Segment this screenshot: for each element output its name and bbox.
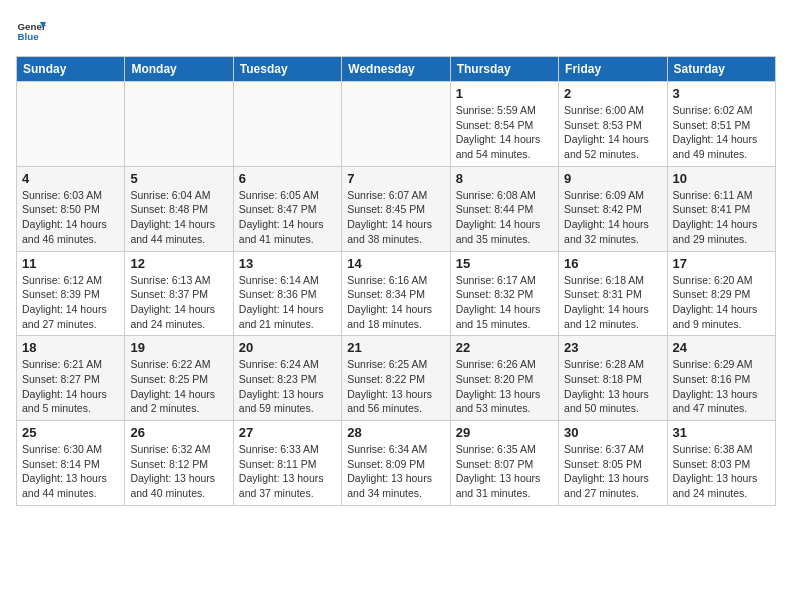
calendar-cell: 12Sunrise: 6:13 AMSunset: 8:37 PMDayligh… <box>125 251 233 336</box>
day-info: Sunrise: 6:26 AMSunset: 8:20 PMDaylight:… <box>456 357 553 416</box>
calendar-cell: 13Sunrise: 6:14 AMSunset: 8:36 PMDayligh… <box>233 251 341 336</box>
day-info: Sunrise: 6:32 AMSunset: 8:12 PMDaylight:… <box>130 442 227 501</box>
day-info: Sunrise: 6:25 AMSunset: 8:22 PMDaylight:… <box>347 357 444 416</box>
day-info: Sunrise: 6:16 AMSunset: 8:34 PMDaylight:… <box>347 273 444 332</box>
calendar-cell: 27Sunrise: 6:33 AMSunset: 8:11 PMDayligh… <box>233 421 341 506</box>
calendar-cell: 18Sunrise: 6:21 AMSunset: 8:27 PMDayligh… <box>17 336 125 421</box>
day-number: 24 <box>673 340 770 355</box>
calendar-cell: 25Sunrise: 6:30 AMSunset: 8:14 PMDayligh… <box>17 421 125 506</box>
calendar-cell: 8Sunrise: 6:08 AMSunset: 8:44 PMDaylight… <box>450 166 558 251</box>
calendar-week-5: 25Sunrise: 6:30 AMSunset: 8:14 PMDayligh… <box>17 421 776 506</box>
calendar-week-4: 18Sunrise: 6:21 AMSunset: 8:27 PMDayligh… <box>17 336 776 421</box>
day-number: 27 <box>239 425 336 440</box>
calendar-header-sunday: Sunday <box>17 57 125 82</box>
day-number: 6 <box>239 171 336 186</box>
day-info: Sunrise: 6:03 AMSunset: 8:50 PMDaylight:… <box>22 188 119 247</box>
calendar-cell: 1Sunrise: 5:59 AMSunset: 8:54 PMDaylight… <box>450 82 558 167</box>
calendar-cell: 14Sunrise: 6:16 AMSunset: 8:34 PMDayligh… <box>342 251 450 336</box>
calendar-cell: 4Sunrise: 6:03 AMSunset: 8:50 PMDaylight… <box>17 166 125 251</box>
calendar-cell: 10Sunrise: 6:11 AMSunset: 8:41 PMDayligh… <box>667 166 775 251</box>
day-number: 1 <box>456 86 553 101</box>
day-info: Sunrise: 6:24 AMSunset: 8:23 PMDaylight:… <box>239 357 336 416</box>
day-info: Sunrise: 6:28 AMSunset: 8:18 PMDaylight:… <box>564 357 661 416</box>
day-number: 30 <box>564 425 661 440</box>
day-number: 20 <box>239 340 336 355</box>
calendar-cell: 6Sunrise: 6:05 AMSunset: 8:47 PMDaylight… <box>233 166 341 251</box>
calendar-week-3: 11Sunrise: 6:12 AMSunset: 8:39 PMDayligh… <box>17 251 776 336</box>
calendar-cell: 16Sunrise: 6:18 AMSunset: 8:31 PMDayligh… <box>559 251 667 336</box>
svg-text:Blue: Blue <box>18 31 40 42</box>
day-number: 26 <box>130 425 227 440</box>
day-info: Sunrise: 6:00 AMSunset: 8:53 PMDaylight:… <box>564 103 661 162</box>
day-number: 31 <box>673 425 770 440</box>
day-number: 17 <box>673 256 770 271</box>
calendar-cell: 17Sunrise: 6:20 AMSunset: 8:29 PMDayligh… <box>667 251 775 336</box>
day-info: Sunrise: 6:08 AMSunset: 8:44 PMDaylight:… <box>456 188 553 247</box>
calendar-cell <box>342 82 450 167</box>
day-info: Sunrise: 6:21 AMSunset: 8:27 PMDaylight:… <box>22 357 119 416</box>
calendar-header-monday: Monday <box>125 57 233 82</box>
calendar-cell: 20Sunrise: 6:24 AMSunset: 8:23 PMDayligh… <box>233 336 341 421</box>
calendar-cell: 26Sunrise: 6:32 AMSunset: 8:12 PMDayligh… <box>125 421 233 506</box>
day-info: Sunrise: 6:04 AMSunset: 8:48 PMDaylight:… <box>130 188 227 247</box>
calendar-cell: 23Sunrise: 6:28 AMSunset: 8:18 PMDayligh… <box>559 336 667 421</box>
day-number: 21 <box>347 340 444 355</box>
calendar-cell: 7Sunrise: 6:07 AMSunset: 8:45 PMDaylight… <box>342 166 450 251</box>
logo: General Blue <box>16 16 46 46</box>
day-number: 25 <box>22 425 119 440</box>
day-info: Sunrise: 6:34 AMSunset: 8:09 PMDaylight:… <box>347 442 444 501</box>
calendar-table: SundayMondayTuesdayWednesdayThursdayFrid… <box>16 56 776 506</box>
calendar-cell: 21Sunrise: 6:25 AMSunset: 8:22 PMDayligh… <box>342 336 450 421</box>
calendar-cell: 19Sunrise: 6:22 AMSunset: 8:25 PMDayligh… <box>125 336 233 421</box>
page-header: General Blue <box>16 16 776 46</box>
day-info: Sunrise: 6:30 AMSunset: 8:14 PMDaylight:… <box>22 442 119 501</box>
calendar-cell: 31Sunrise: 6:38 AMSunset: 8:03 PMDayligh… <box>667 421 775 506</box>
calendar-cell: 3Sunrise: 6:02 AMSunset: 8:51 PMDaylight… <box>667 82 775 167</box>
day-number: 8 <box>456 171 553 186</box>
day-number: 19 <box>130 340 227 355</box>
calendar-cell: 5Sunrise: 6:04 AMSunset: 8:48 PMDaylight… <box>125 166 233 251</box>
day-info: Sunrise: 6:29 AMSunset: 8:16 PMDaylight:… <box>673 357 770 416</box>
day-number: 5 <box>130 171 227 186</box>
day-info: Sunrise: 5:59 AMSunset: 8:54 PMDaylight:… <box>456 103 553 162</box>
day-info: Sunrise: 6:07 AMSunset: 8:45 PMDaylight:… <box>347 188 444 247</box>
day-info: Sunrise: 6:37 AMSunset: 8:05 PMDaylight:… <box>564 442 661 501</box>
day-number: 11 <box>22 256 119 271</box>
calendar-cell: 24Sunrise: 6:29 AMSunset: 8:16 PMDayligh… <box>667 336 775 421</box>
calendar-cell: 2Sunrise: 6:00 AMSunset: 8:53 PMDaylight… <box>559 82 667 167</box>
day-info: Sunrise: 6:05 AMSunset: 8:47 PMDaylight:… <box>239 188 336 247</box>
calendar-cell: 29Sunrise: 6:35 AMSunset: 8:07 PMDayligh… <box>450 421 558 506</box>
calendar-header-thursday: Thursday <box>450 57 558 82</box>
day-number: 23 <box>564 340 661 355</box>
day-info: Sunrise: 6:38 AMSunset: 8:03 PMDaylight:… <box>673 442 770 501</box>
day-number: 22 <box>456 340 553 355</box>
day-info: Sunrise: 6:09 AMSunset: 8:42 PMDaylight:… <box>564 188 661 247</box>
day-info: Sunrise: 6:22 AMSunset: 8:25 PMDaylight:… <box>130 357 227 416</box>
calendar-header-tuesday: Tuesday <box>233 57 341 82</box>
day-info: Sunrise: 6:12 AMSunset: 8:39 PMDaylight:… <box>22 273 119 332</box>
day-number: 10 <box>673 171 770 186</box>
calendar-week-1: 1Sunrise: 5:59 AMSunset: 8:54 PMDaylight… <box>17 82 776 167</box>
calendar-cell <box>125 82 233 167</box>
logo-icon: General Blue <box>16 16 46 46</box>
day-number: 2 <box>564 86 661 101</box>
calendar-header-saturday: Saturday <box>667 57 775 82</box>
calendar-cell: 30Sunrise: 6:37 AMSunset: 8:05 PMDayligh… <box>559 421 667 506</box>
day-number: 14 <box>347 256 444 271</box>
calendar-cell: 11Sunrise: 6:12 AMSunset: 8:39 PMDayligh… <box>17 251 125 336</box>
day-number: 18 <box>22 340 119 355</box>
calendar-cell: 22Sunrise: 6:26 AMSunset: 8:20 PMDayligh… <box>450 336 558 421</box>
day-info: Sunrise: 6:11 AMSunset: 8:41 PMDaylight:… <box>673 188 770 247</box>
day-number: 3 <box>673 86 770 101</box>
day-number: 29 <box>456 425 553 440</box>
day-info: Sunrise: 6:18 AMSunset: 8:31 PMDaylight:… <box>564 273 661 332</box>
day-info: Sunrise: 6:20 AMSunset: 8:29 PMDaylight:… <box>673 273 770 332</box>
calendar-cell: 28Sunrise: 6:34 AMSunset: 8:09 PMDayligh… <box>342 421 450 506</box>
day-number: 4 <box>22 171 119 186</box>
calendar-cell: 9Sunrise: 6:09 AMSunset: 8:42 PMDaylight… <box>559 166 667 251</box>
calendar-header-wednesday: Wednesday <box>342 57 450 82</box>
day-number: 13 <box>239 256 336 271</box>
calendar-cell: 15Sunrise: 6:17 AMSunset: 8:32 PMDayligh… <box>450 251 558 336</box>
day-number: 12 <box>130 256 227 271</box>
calendar-header-row: SundayMondayTuesdayWednesdayThursdayFrid… <box>17 57 776 82</box>
